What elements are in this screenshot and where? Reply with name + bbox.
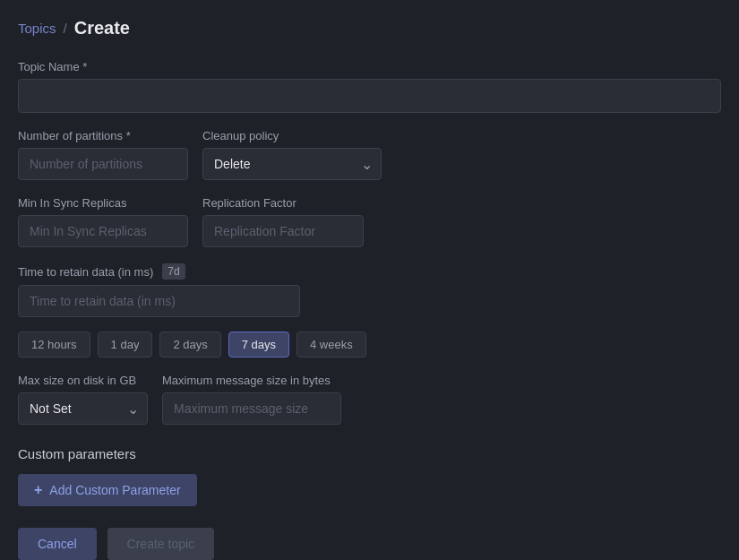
cleanup-select[interactable]: Delete Compact Compact, Delete [202,148,382,180]
plus-icon: + [34,482,42,498]
topic-name-input[interactable] [18,79,721,113]
min-sync-label: Min In Sync Replicas [18,196,188,210]
replication-label: Replication Factor [202,196,364,210]
preset-1day-button[interactable]: 1 day [98,332,153,358]
min-sync-group: Min In Sync Replicas [18,196,188,247]
custom-params-section: Custom parameters + Add Custom Parameter [18,446,721,506]
partitions-input[interactable] [18,148,188,180]
max-msg-input[interactable] [162,392,341,425]
max-msg-group: Maximum message size in bytes [162,374,341,425]
min-sync-input[interactable] [18,215,188,247]
disk-maxmsg-row: Max size on disk in GB Not Set 1 5 10 50… [18,374,721,425]
breadcrumb-topics-link[interactable]: Topics [18,21,56,36]
disk-group: Max size on disk in GB Not Set 1 5 10 50… [18,374,148,425]
add-custom-param-button[interactable]: + Add Custom Parameter [18,474,197,506]
create-topic-form: Topic Name * Number of partitions * Clea… [18,60,721,560]
time-retain-badge: 7d [162,263,185,280]
partitions-group: Number of partitions * [18,129,188,180]
breadcrumb-separator: / [64,21,67,36]
add-param-label: Add Custom Parameter [49,483,180,497]
max-msg-label: Maximum message size in bytes [162,374,341,387]
disk-select-wrapper: Not Set 1 5 10 50 100 ⌄ [18,392,148,425]
replication-input[interactable] [202,215,364,247]
preset-7days-button[interactable]: 7 days [228,332,289,358]
custom-params-title: Custom parameters [18,446,721,461]
action-row: Cancel Create topic [18,528,721,560]
time-presets: 12 hours 1 day 2 days 7 days 4 weeks [18,332,721,358]
cleanup-group: Cleanup policy Delete Compact Compact, D… [202,129,382,180]
breadcrumb: Topics / Create [18,18,721,39]
partitions-cleanup-row: Number of partitions * Cleanup policy De… [18,129,721,180]
disk-label: Max size on disk in GB [18,374,148,387]
topic-name-label: Topic Name * [18,60,721,73]
cleanup-select-wrapper: Delete Compact Compact, Delete ⌄ [202,148,382,180]
create-topic-button[interactable]: Create topic [107,528,214,560]
preset-12hours-button[interactable]: 12 hours [18,332,90,358]
time-retain-label: Time to retain data (in ms) [18,265,153,279]
cleanup-label: Cleanup policy [202,129,382,142]
time-retain-section: Time to retain data (in ms) 7d [18,263,721,317]
disk-select[interactable]: Not Set 1 5 10 50 100 [18,392,148,425]
time-retain-label-row: Time to retain data (in ms) 7d [18,263,721,280]
replication-group: Replication Factor [202,196,364,247]
cancel-button[interactable]: Cancel [18,528,97,560]
preset-4weeks-button[interactable]: 4 weeks [296,332,366,358]
time-retain-input[interactable] [18,285,300,317]
partitions-label: Number of partitions * [18,129,188,142]
preset-2days-button[interactable]: 2 days [159,332,220,358]
sync-replication-row: Min In Sync Replicas Replication Factor [18,196,721,247]
breadcrumb-current: Create [74,18,130,39]
